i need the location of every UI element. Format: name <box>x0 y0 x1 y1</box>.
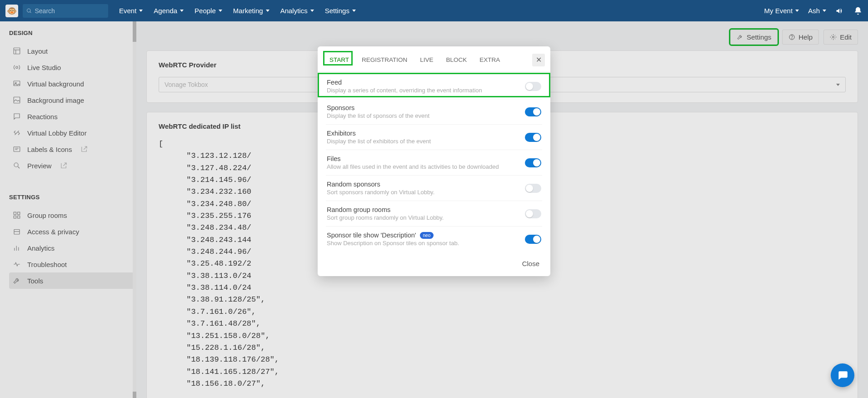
nav-people[interactable]: People <box>195 7 222 15</box>
option-desc: Sort group rooms randomly on Virtual Lob… <box>327 214 525 221</box>
toggle-feed[interactable] <box>525 82 541 91</box>
tab-extra[interactable]: EXTRA <box>473 53 506 67</box>
search-wrap[interactable] <box>23 4 108 18</box>
body: DESIGN Layout Live Studio Virtual backgr… <box>0 21 868 398</box>
option-files: Files Allow all files used in the event … <box>326 150 542 176</box>
option-desc: Display the list of sponsors of the even… <box>327 112 525 119</box>
search-icon <box>26 8 32 14</box>
megaphone-icon[interactable] <box>835 6 844 15</box>
chevron-down-icon <box>823 10 826 12</box>
chevron-down-icon <box>795 10 799 12</box>
option-sponsors: Sponsors Display the list of sponsors of… <box>326 99 542 125</box>
nav-right: My Event Ash <box>764 6 863 15</box>
toggle-random-sponsors[interactable] <box>525 184 541 193</box>
option-title: Random sponsors <box>327 181 525 188</box>
chat-icon <box>837 369 848 381</box>
option-title: Sponsor tile show 'Description' neo <box>327 232 525 239</box>
option-random-group-rooms: Random group rooms Sort group rooms rand… <box>326 201 542 227</box>
modal-tabs: START REGISTRATION LIVE BLOCK EXTRA ✕ <box>318 46 550 72</box>
search-input[interactable] <box>35 7 105 15</box>
option-feed: Feed Display a series of content, overri… <box>326 74 542 99</box>
toggle-files[interactable] <box>525 158 541 167</box>
nav-analytics[interactable]: Analytics <box>280 7 314 15</box>
nav-items: Event Agenda People Marketing Analytics … <box>119 7 356 15</box>
chevron-down-icon <box>139 10 143 12</box>
user-dropdown[interactable]: Ash <box>808 7 826 15</box>
option-sponsor-tile-description: Sponsor tile show 'Description' neo Show… <box>326 227 542 252</box>
close-button[interactable]: Close <box>522 260 539 267</box>
option-random-sponsors: Random sponsors Sort sponsors randomly o… <box>326 176 542 201</box>
option-desc: Sort sponsors randomly on Virtual Lobby. <box>327 189 525 196</box>
app-logo[interactable]: 🐵 <box>5 5 18 17</box>
chevron-down-icon <box>180 10 184 12</box>
option-exhibitors: Exhibitors Display the list of exhibitor… <box>326 125 542 150</box>
options-list: Feed Display a series of content, overri… <box>318 72 550 252</box>
close-icon[interactable]: ✕ <box>532 54 545 66</box>
nav-event[interactable]: Event <box>119 7 143 15</box>
svg-line-1 <box>30 11 31 13</box>
my-event-dropdown[interactable]: My Event <box>764 7 799 15</box>
toggle-random-group-rooms[interactable] <box>525 209 541 218</box>
option-title: Sponsors <box>327 104 525 111</box>
svg-point-0 <box>27 9 30 12</box>
chevron-down-icon <box>266 10 269 12</box>
neo-badge: neo <box>420 232 434 239</box>
toggle-sponsor-tile-description[interactable] <box>525 235 541 244</box>
chevron-down-icon <box>310 10 314 12</box>
chat-fab[interactable] <box>831 363 854 387</box>
tab-registration[interactable]: REGISTRATION <box>355 53 414 67</box>
chevron-down-icon <box>352 10 356 12</box>
modal-footer: Close <box>318 252 550 268</box>
option-desc: Show Description on Sponsor tiles on spo… <box>327 240 525 247</box>
nav-settings[interactable]: Settings <box>325 7 356 15</box>
option-desc: Display a series of content, overriding … <box>327 87 525 94</box>
tab-block[interactable]: BLOCK <box>440 53 474 67</box>
settings-modal: START REGISTRATION LIVE BLOCK EXTRA ✕ Fe… <box>318 46 550 276</box>
option-title: Exhibitors <box>327 130 525 137</box>
bell-icon[interactable] <box>853 6 863 15</box>
top-nav: 🐵 Event Agenda People Marketing Analytic… <box>0 0 868 21</box>
tab-live[interactable]: LIVE <box>414 53 439 67</box>
toggle-sponsors[interactable] <box>525 107 541 116</box>
option-title: Random group rooms <box>327 206 525 213</box>
option-desc: Allow all files used in the event and it… <box>327 163 525 170</box>
option-title: Feed <box>327 79 525 86</box>
tab-start[interactable]: START <box>323 53 355 67</box>
nav-agenda[interactable]: Agenda <box>154 7 184 15</box>
nav-marketing[interactable]: Marketing <box>233 7 269 15</box>
option-title: Files <box>327 155 525 162</box>
option-desc: Display the list of exhibitors of the ev… <box>327 138 525 145</box>
toggle-exhibitors[interactable] <box>525 133 541 142</box>
chevron-down-icon <box>219 10 222 12</box>
